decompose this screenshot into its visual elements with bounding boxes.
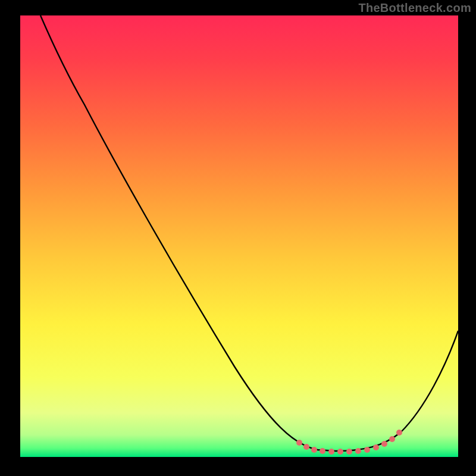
svg-point-8 [355,448,361,454]
plot-area [20,15,458,457]
svg-point-11 [381,441,387,447]
svg-point-3 [311,447,317,453]
watermark-text: TheBottleneck.com [358,1,471,15]
sweet-spot-dots [296,430,402,455]
curve-line [40,15,458,451]
svg-point-6 [337,449,343,455]
chart-frame: TheBottleneck.com [0,0,476,476]
svg-point-1 [296,440,302,446]
svg-point-7 [346,449,352,455]
svg-point-5 [328,449,334,455]
svg-point-13 [396,430,402,436]
svg-point-4 [320,448,325,454]
svg-point-12 [389,436,395,442]
bottleneck-curve [20,15,458,457]
svg-point-9 [364,447,370,453]
svg-point-10 [373,444,379,450]
svg-point-2 [303,444,309,450]
